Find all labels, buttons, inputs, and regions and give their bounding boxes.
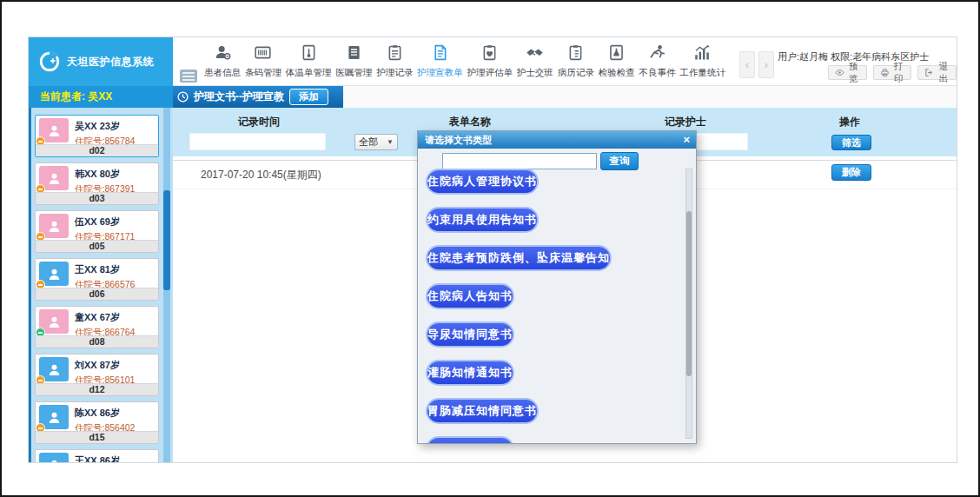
form-type-select-value: 全部 [359,136,378,149]
search-button[interactable]: 查询 [600,152,639,170]
doc-type-button[interactable]: 住院患者预防跌倒、坠床温馨告知 [426,245,612,271]
toolbar-item-adverse-event[interactable]: 不良事件 [639,43,676,83]
patient-info: 陈XX 86岁住院号:856402 [75,405,135,429]
sidebar-scrollbar-thumb[interactable] [163,190,170,290]
top-toolbar: 患者信息条码管理体温单管理医嘱管理护理记录护理宣教单护理评估单护士交班病历记录检… [173,37,957,86]
patient-info: 童XX 67岁住院号:866764 [75,309,135,334]
patient-card[interactable]: 王XX 81岁住院号:866576d06 [35,258,159,301]
delete-button[interactable]: 删除 [831,164,871,181]
action-button-label: 预览 [847,61,860,85]
toolbar-item-patient-info[interactable]: 患者信息 [204,43,241,83]
adverse-event-icon [648,43,666,65]
patient-card-top: 韩XX 80岁住院号:867391 [36,163,158,193]
patient-avatar [39,262,69,286]
doc-type-list: 住院病人管理协议书约束用具使用告知书住院患者预防跌倒、坠床温馨告知住院病人告知书… [426,169,679,444]
toolbar-item-lab-test[interactable]: 检验检查 [599,43,635,83]
toolbar-scroll-left-button[interactable]: ‹ [739,51,755,78]
toolbar-nav: ‹ › [739,51,774,78]
doc-type-button[interactable]: 住院一般同意书 [426,436,514,444]
toolbar-item-label: 患者信息 [204,67,241,79]
toolbar-item-temperature-sheet[interactable]: 体温单管理 [286,43,332,83]
column-header-time: 记录时间 [238,115,280,129]
patient-name-age: 伍XX 69岁 [75,215,135,229]
patient-card[interactable]: 伍XX 69岁住院号:867171d05 [35,210,159,253]
toolbar-item-label: 医嘱管理 [335,67,372,79]
patient-card-top: 刘XX 87岁住院号:856101 [36,355,158,384]
toolbar-item-label: 护理评估单 [467,67,513,79]
bed-code: d15 [36,431,158,443]
logout-button[interactable]: 退出 [917,65,957,80]
print-button[interactable]: 打印 [873,65,912,80]
toolbar-item-workload-stats[interactable]: 工作量统计 [679,43,725,83]
toolbar-item-label: 护理宣教单 [417,67,463,79]
patient-name-age: 陈XX 86岁 [75,407,135,420]
toolbar-items: 患者信息条码管理体温单管理医嘱管理护理记录护理宣教单护理评估单护士交班病历记录检… [204,43,725,83]
toolbar-scroll-right-button[interactable]: › [758,51,774,78]
sidebar-scrollbar[interactable] [163,108,170,462]
patient-avatar [39,118,69,142]
close-icon[interactable]: × [683,132,690,148]
doc-type-button[interactable]: 灌肠知情通知书 [426,360,514,386]
toolbar-item-assessment-sheet[interactable]: 护理评估单 [467,43,513,83]
patient-card[interactable]: 王XX 86岁住院号:857265 [35,449,159,462]
patient-card[interactable]: 陈XX 86岁住院号:856402d15 [35,401,159,444]
doc-type-button[interactable]: 胃肠减压知情同意书 [426,398,539,424]
toolbar-item-label: 护理记录 [376,67,413,79]
dialog-scrollbar-thumb[interactable] [686,211,692,376]
dialog-title: 请选择文书类型 [418,131,696,149]
patient-avatar [39,453,69,462]
toolbar-item-education-sheet[interactable]: 护理宣教单 [417,43,463,83]
print-icon [880,68,890,77]
patient-info: 王XX 86岁住院号:857265 [75,453,135,462]
column-header-nurse: 记录护士 [665,115,706,129]
barcode-icon [254,43,272,65]
doc-type-button[interactable]: 导尿知情同意书 [426,321,514,348]
toolbar-item-label: 不良事件 [639,67,676,79]
action-button-label: 退出 [937,61,950,85]
toolbar-item-label: 体温单管理 [286,67,332,79]
patient-name-age: 王XX 81岁 [75,263,135,276]
toolbar-item-medical-record[interactable]: 病历记录 [558,43,594,83]
toolbar-item-nursing-record[interactable]: 护理记录 [376,43,413,83]
patient-name-age: 王XX 86岁 [75,454,135,462]
orders-icon [345,43,363,65]
toolbar-item-barcode[interactable]: 条码管理 [245,43,281,83]
preview-icon [835,68,844,77]
nursing-record-icon [386,43,404,65]
toolbar-item-label: 条码管理 [245,67,281,79]
preview-button[interactable]: 预览 [828,65,867,80]
doc-type-button[interactable]: 约束用具使用告知书 [426,207,539,233]
record-time-cell: 2017-07-20 10:45(星期四) [201,168,321,182]
toolbar-item-label: 护士交班 [517,67,553,79]
patient-card-top: 王XX 86岁住院号:857265 [36,450,158,462]
toolbar-item-handover[interactable]: 护士交班 [517,43,553,83]
toolbar-item-label: 病历记录 [558,67,594,79]
patient-info: 吴XX 23岁住院号:856784 [75,118,135,142]
patient-card[interactable]: 刘XX 87岁住院号:856101d12 [35,354,159,396]
form-type-select[interactable]: 全部 ▼ [354,134,398,150]
patient-name-age: 韩XX 80岁 [75,168,135,181]
handover-icon [526,43,544,65]
column-header-form: 表单名称 [449,115,491,129]
doc-type-button[interactable]: 住院病人管理协议书 [426,169,539,195]
menu-icon[interactable] [180,70,197,83]
patient-avatar [39,214,69,238]
doc-type-search-input[interactable] [442,153,597,169]
doc-type-button[interactable]: 住院病人告知书 [426,283,514,309]
bed-code: d02 [36,144,158,156]
patient-card-top: 伍XX 69岁住院号:867171 [36,211,158,241]
app-title: 天坦医护信息系统 [67,55,154,70]
patient-info: 王XX 81岁住院号:866576 [75,262,135,286]
add-button[interactable]: 添加 [289,89,328,105]
patient-info: 伍XX 69岁住院号:867171 [75,214,135,238]
toolbar-item-label: 检验检查 [599,67,635,79]
dialog-scrollbar[interactable] [685,169,692,439]
toolbar-item-label: 工作量统计 [679,67,725,79]
patient-card[interactable]: 韩XX 80岁住院号:867391d03 [35,162,159,205]
patient-card[interactable]: 童XX 67岁住院号:866764d08 [35,306,159,348]
patient-card[interactable]: 吴XX 23岁住院号:856784d02 [35,115,159,157]
doc-type-dialog: 请选择文书类型 × 查询 住院病人管理协议书约束用具使用告知书住院患者预防跌倒、… [417,130,697,444]
time-filter-input[interactable] [189,133,326,150]
toolbar-item-orders[interactable]: 医嘱管理 [335,43,372,83]
filter-button[interactable]: 筛选 [831,135,871,150]
